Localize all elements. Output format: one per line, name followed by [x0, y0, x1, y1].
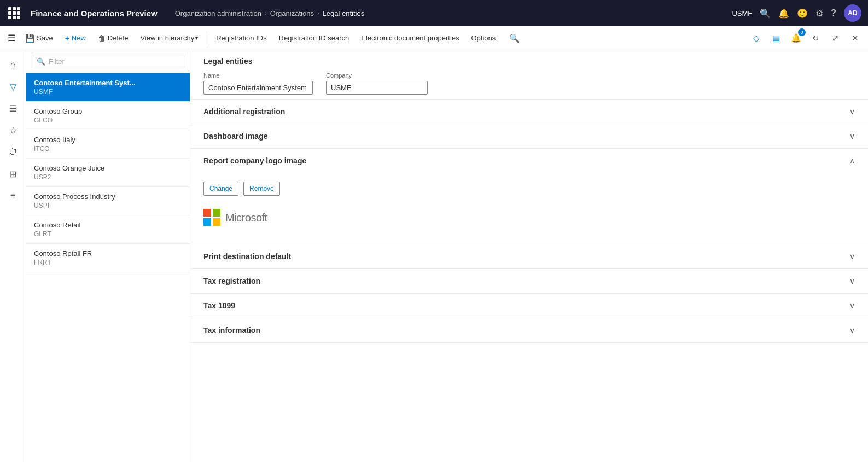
hamburger-menu-button[interactable]: ☰: [4, 31, 19, 45]
list-item[interactable]: Contoso Process Industry USPI: [26, 187, 190, 215]
item-name: Contoso Orange Juice: [34, 164, 182, 172]
sidebar-item-favorites[interactable]: ☆: [3, 120, 23, 140]
section-title-additional-registration: Additional registration: [203, 107, 285, 116]
clock-icon: ⏱: [9, 147, 18, 157]
options-button[interactable]: Options: [466, 32, 502, 44]
company-input[interactable]: [326, 81, 428, 95]
sidebar-item-recent[interactable]: ⏱: [3, 142, 23, 162]
help-icon[interactable]: ?: [831, 8, 836, 18]
section-header-tax-information[interactable]: Tax information ∨: [190, 318, 868, 342]
list-item[interactable]: Contoso Italy ITCO: [26, 130, 190, 159]
section-dashboard-image: Dashboard image ∨: [190, 124, 868, 149]
logo-display: Microsoft: [203, 204, 855, 231]
breadcrumb-separator-1: ›: [265, 10, 267, 16]
registration-ids-button[interactable]: Registration IDs: [211, 32, 272, 44]
list-item[interactable]: Contoso Group GLCO: [26, 102, 190, 130]
item-name: Contoso Italy: [34, 136, 182, 144]
section-tax-1099: Tax 1099 ∨: [190, 294, 868, 318]
layout-icon: ▤: [772, 33, 780, 43]
electronic-doc-button[interactable]: Electronic document properties: [356, 32, 464, 44]
list-item[interactable]: Contoso Entertainment Syst... USMF: [26, 73, 190, 102]
list-item[interactable]: Contoso Retail FR FRRT: [26, 244, 190, 272]
filter-input[interactable]: [49, 57, 179, 66]
smiley-icon[interactable]: 🙂: [797, 8, 808, 19]
search-icon-top[interactable]: 🔍: [760, 8, 771, 19]
entity-form-row: Name Company: [203, 72, 855, 95]
refresh-button[interactable]: ↻: [807, 30, 824, 47]
chevron-tax-1099: ∨: [849, 301, 855, 310]
side-nav-icons: ⌂ ▽ ☰ ☆ ⏱ ⊞ ≡: [0, 50, 26, 462]
detail-panel: Legal entities Name Company Additional r…: [190, 50, 868, 462]
delete-button[interactable]: 🗑 Delete: [92, 32, 134, 45]
sidebar-item-home[interactable]: ⌂: [3, 55, 23, 74]
home-icon: ⌂: [10, 60, 16, 69]
item-code: GLCO: [34, 116, 182, 124]
expand-icon: ⤢: [832, 33, 839, 43]
item-code: USPI: [34, 202, 182, 209]
diamond-icon-button[interactable]: ◇: [748, 30, 765, 47]
section-header-tax-registration[interactable]: Tax registration ∨: [190, 269, 868, 293]
item-name: Contoso Retail: [34, 221, 182, 229]
sidebar-item-list[interactable]: ≡: [3, 186, 23, 206]
section-header-dashboard-image[interactable]: Dashboard image ∨: [190, 124, 868, 148]
notification-badge-container: 🔔 0: [787, 30, 805, 47]
app-title: Finance and Operations Preview: [31, 9, 158, 18]
layout-icon-button[interactable]: ▤: [767, 30, 785, 47]
entity-list: Contoso Entertainment Syst... USMF Conto…: [26, 73, 190, 462]
new-label: New: [72, 34, 86, 42]
view-hierarchy-label: View in hierarchy: [140, 34, 194, 42]
section-title-tax-information: Tax information: [203, 326, 260, 335]
breadcrumb-item-org-admin[interactable]: Organization administration: [175, 9, 261, 17]
delete-icon: 🗑: [98, 34, 106, 43]
microsoft-logo-grid: [203, 209, 221, 226]
breadcrumb-item-organizations[interactable]: Organizations: [270, 9, 314, 17]
section-header-print-destination[interactable]: Print destination default ∨: [190, 244, 868, 268]
name-input[interactable]: [203, 81, 313, 95]
item-name: Contoso Group: [34, 107, 182, 115]
new-button[interactable]: + New: [60, 32, 91, 45]
section-header-report-company-logo[interactable]: Report company logo image ∧: [190, 149, 868, 173]
list-item[interactable]: Contoso Orange Juice USP2: [26, 159, 190, 187]
section-header-tax-1099[interactable]: Tax 1099 ∨: [190, 294, 868, 318]
waffle-menu-button[interactable]: [7, 5, 22, 21]
list-item[interactable]: Contoso Retail GLRT: [26, 215, 190, 244]
search-filter-button[interactable]: 🔍: [505, 30, 523, 47]
gear-icon[interactable]: ⚙: [815, 8, 823, 19]
refresh-icon: ↻: [812, 33, 819, 43]
options-label: Options: [471, 34, 496, 42]
breadcrumb: Organization administration › Organizati…: [175, 9, 728, 17]
company-field-group: Company: [326, 72, 428, 95]
breadcrumb-item-legal-entities: Legal entities: [323, 9, 365, 17]
section-tax-registration: Tax registration ∨: [190, 269, 868, 294]
view-hierarchy-button[interactable]: View in hierarchy ▾: [135, 32, 203, 44]
section-header-additional-registration[interactable]: Additional registration ∨: [190, 100, 868, 124]
grid-icon: ⊞: [9, 169, 16, 179]
expand-button[interactable]: ⤢: [826, 30, 844, 47]
page-header: Legal entities Name Company: [190, 50, 868, 100]
remove-logo-button[interactable]: Remove: [243, 182, 280, 196]
section-title-dashboard-image: Dashboard image: [203, 132, 267, 141]
save-button[interactable]: 💾 Save: [20, 32, 59, 45]
item-code: FRRT: [34, 259, 182, 266]
close-button[interactable]: ✕: [846, 30, 864, 47]
top-navigation: Finance and Operations Preview Organizat…: [0, 0, 868, 26]
item-name: Contoso Process Industry: [34, 192, 182, 201]
ms-square-blue: [203, 218, 211, 226]
registration-id-search-button[interactable]: Registration ID search: [273, 32, 355, 44]
sidebar-item-workspace[interactable]: ⊞: [3, 164, 23, 184]
page-title: Legal entities: [203, 57, 855, 66]
sidebar-item-menu[interactable]: ☰: [3, 98, 23, 118]
list-panel: 🔍 Contoso Entertainment Syst... USMF Con…: [26, 50, 190, 462]
sidebar-item-filter[interactable]: ▽: [3, 77, 23, 96]
section-tax-information: Tax information ∨: [190, 318, 868, 343]
item-code: USP2: [34, 173, 182, 181]
user-avatar[interactable]: AD: [844, 4, 861, 22]
change-logo-button[interactable]: Change: [203, 182, 238, 196]
section-report-company-logo: Report company logo image ∧ Change Remov…: [190, 149, 868, 244]
section-title-tax-registration: Tax registration: [203, 277, 260, 285]
item-code: USMF: [34, 88, 182, 96]
chevron-tax-registration: ∨: [849, 277, 855, 285]
bell-icon[interactable]: 🔔: [778, 8, 789, 19]
notification-button[interactable]: 🔔 0: [787, 30, 805, 47]
electronic-doc-label: Electronic document properties: [361, 34, 459, 42]
